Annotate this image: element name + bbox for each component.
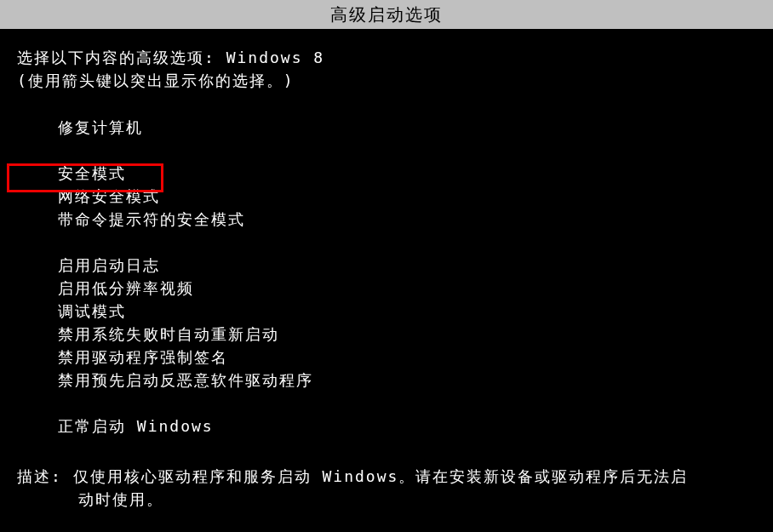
menu-item-debugging-mode[interactable]: 调试模式 (58, 300, 756, 323)
description-text-line1: 仅使用核心驱动程序和服务启动 Windows。请在安装新设备或驱动程序后无法启 (73, 467, 689, 485)
menu-item-disable-driver-signature[interactable]: 禁用驱动程序强制签名 (58, 346, 756, 369)
menu-item-safe-mode-command-prompt[interactable]: 带命令提示符的安全模式 (58, 208, 756, 231)
title-bar: 高级启动选项 (0, 0, 773, 29)
menu-item-disable-auto-restart[interactable]: 禁用系统失败时自动重新启动 (58, 323, 756, 346)
menu-item-disable-antimalware-driver[interactable]: 禁用预先启动反恶意软件驱动程序 (58, 369, 756, 392)
boot-options-menu: 修复计算机 安全模式 网络安全模式 带命令提示符的安全模式 启用启动日志 启用低… (58, 116, 756, 438)
description-label: 描述: (17, 467, 62, 485)
page-title: 高级启动选项 (330, 4, 443, 25)
intro-line-1: 选择以下内容的高级选项: Windows 8 (17, 46, 756, 69)
menu-item-enable-low-res-video[interactable]: 启用低分辨率视频 (58, 277, 756, 300)
description-text-line2: 动时使用。 (78, 488, 756, 511)
menu-item-safe-mode-networking[interactable]: 网络安全模式 (58, 185, 756, 208)
description-block: 描述: 仅使用核心驱动程序和服务启动 Windows。请在安装新设备或驱动程序后… (17, 465, 756, 511)
menu-item-enable-boot-logging[interactable]: 启用启动日志 (58, 254, 756, 277)
content-area: 选择以下内容的高级选项: Windows 8 (使用箭头键以突出显示你的选择。)… (0, 29, 773, 511)
menu-item-repair-computer[interactable]: 修复计算机 (58, 116, 756, 139)
menu-item-start-windows-normally[interactable]: 正常启动 Windows (58, 415, 756, 438)
menu-item-safe-mode[interactable]: 安全模式 (58, 162, 756, 185)
intro-line-2: (使用箭头键以突出显示你的选择。) (17, 69, 756, 92)
